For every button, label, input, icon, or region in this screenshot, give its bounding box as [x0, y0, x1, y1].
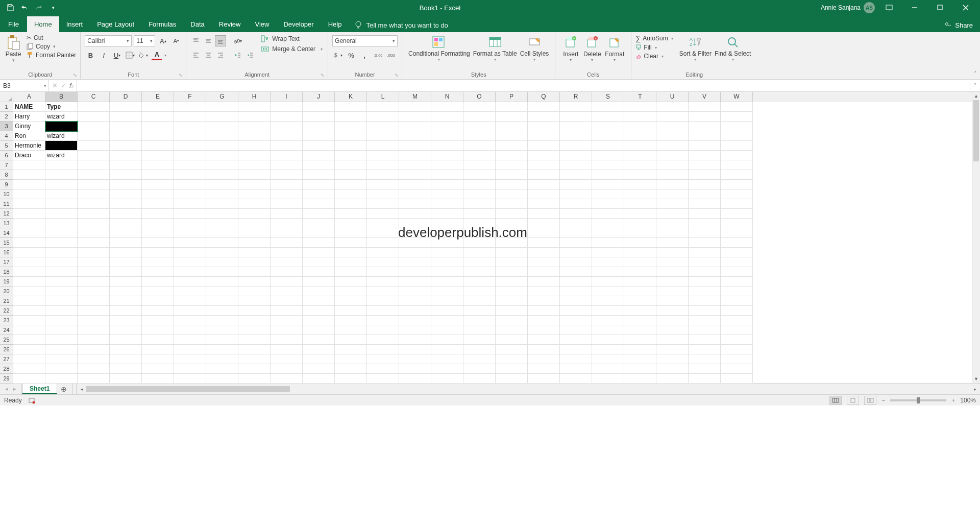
cell-N1[interactable] — [431, 102, 463, 112]
cell-M6[interactable] — [399, 151, 431, 160]
cell-K29[interactable] — [335, 374, 367, 384]
cell-S14[interactable] — [592, 228, 624, 238]
row-header-29[interactable]: 29 — [0, 374, 13, 384]
cell-B11[interactable] — [45, 199, 78, 209]
cell-E22[interactable] — [142, 306, 174, 316]
cell-I22[interactable] — [271, 306, 303, 316]
row-header-27[interactable]: 27 — [0, 354, 13, 364]
cell-V16[interactable] — [689, 248, 721, 257]
wrap-text-button[interactable]: Wrap Text — [261, 35, 323, 42]
cell-J20[interactable] — [303, 287, 335, 296]
sheet-nav[interactable]: ◂▸ — [0, 384, 22, 394]
copy-button[interactable]: Copy▾ — [27, 43, 76, 50]
cell-I8[interactable] — [271, 170, 303, 180]
cell-A15[interactable] — [13, 238, 45, 248]
cell-S19[interactable] — [592, 277, 624, 287]
cell-O22[interactable] — [463, 306, 496, 316]
row-header-16[interactable]: 16 — [0, 248, 13, 257]
cell-H23[interactable] — [238, 316, 271, 325]
cell-Q1[interactable] — [528, 102, 560, 112]
cell-H20[interactable] — [238, 287, 271, 296]
cell-L12[interactable] — [367, 209, 399, 219]
cell-P6[interactable] — [496, 151, 528, 160]
cell-F22[interactable] — [174, 306, 206, 316]
cell-I23[interactable] — [271, 316, 303, 325]
cell-B8[interactable] — [45, 170, 78, 180]
cell-C6[interactable] — [78, 151, 110, 160]
decrease-indent-icon[interactable] — [232, 50, 243, 61]
fill-color-button[interactable]: ▾ — [138, 50, 149, 61]
scroll-left-icon[interactable]: ◂ — [78, 386, 86, 393]
cell-I21[interactable] — [271, 296, 303, 306]
cell-O14[interactable] — [463, 228, 496, 238]
cell-T15[interactable] — [624, 238, 656, 248]
cell-G29[interactable] — [206, 374, 238, 384]
cell-O3[interactable] — [463, 122, 496, 131]
cell-W1[interactable] — [721, 102, 753, 112]
cell-H10[interactable] — [238, 189, 271, 199]
cell-E5[interactable] — [142, 141, 174, 151]
cell-W12[interactable] — [721, 209, 753, 219]
cell-G6[interactable] — [206, 151, 238, 160]
cell-N12[interactable] — [431, 209, 463, 219]
cell-Q2[interactable] — [528, 112, 560, 122]
cell-M17[interactable] — [399, 257, 431, 267]
cell-A4[interactable]: Ron — [13, 131, 45, 141]
cell-I18[interactable] — [271, 267, 303, 277]
cell-J19[interactable] — [303, 277, 335, 287]
expand-formula-bar-icon[interactable]: ˅ — [970, 80, 980, 91]
row-header-14[interactable]: 14 — [0, 228, 13, 238]
cell-J22[interactable] — [303, 306, 335, 316]
cell-R28[interactable] — [560, 364, 592, 374]
cell-R10[interactable] — [560, 189, 592, 199]
cell-A21[interactable] — [13, 296, 45, 306]
cell-I17[interactable] — [271, 257, 303, 267]
cell-O17[interactable] — [463, 257, 496, 267]
cell-O6[interactable] — [463, 151, 496, 160]
cell-T8[interactable] — [624, 170, 656, 180]
insert-cells-button[interactable]: +Insert▾ — [560, 34, 581, 62]
cell-B1[interactable]: Type — [45, 102, 78, 112]
cell-W18[interactable] — [721, 267, 753, 277]
cell-R26[interactable] — [560, 345, 592, 354]
align-middle-icon[interactable] — [203, 35, 214, 46]
cell-S22[interactable] — [592, 306, 624, 316]
cell-P17[interactable] — [496, 257, 528, 267]
cell-I26[interactable] — [271, 345, 303, 354]
cell-T6[interactable] — [624, 151, 656, 160]
col-header-K[interactable]: K — [335, 92, 367, 102]
cell-J1[interactable] — [303, 102, 335, 112]
cell-W8[interactable] — [721, 170, 753, 180]
cell-G20[interactable] — [206, 287, 238, 296]
cell-M16[interactable] — [399, 248, 431, 257]
cell-A20[interactable] — [13, 287, 45, 296]
cell-H19[interactable] — [238, 277, 271, 287]
tab-developer[interactable]: Developer — [276, 16, 321, 32]
cell-O18[interactable] — [463, 267, 496, 277]
cell-H24[interactable] — [238, 325, 271, 335]
cell-T9[interactable] — [624, 180, 656, 189]
cell-S2[interactable] — [592, 112, 624, 122]
cell-F17[interactable] — [174, 257, 206, 267]
cell-H17[interactable] — [238, 257, 271, 267]
cell-T7[interactable] — [624, 160, 656, 170]
row-header-24[interactable]: 24 — [0, 325, 13, 335]
cell-U26[interactable] — [656, 345, 689, 354]
minimize-icon[interactable] — [903, 1, 926, 15]
cell-W3[interactable] — [721, 122, 753, 131]
cell-N19[interactable] — [431, 277, 463, 287]
cell-D9[interactable] — [110, 180, 142, 189]
cell-E14[interactable] — [142, 228, 174, 238]
cell-N21[interactable] — [431, 296, 463, 306]
cell-T13[interactable] — [624, 219, 656, 228]
cell-W22[interactable] — [721, 306, 753, 316]
borders-button[interactable]: ▾ — [125, 50, 136, 61]
decrease-decimal-icon[interactable]: .00.0 — [385, 50, 397, 61]
italic-button[interactable]: I — [98, 50, 109, 61]
cell-E23[interactable] — [142, 316, 174, 325]
cell-H12[interactable] — [238, 209, 271, 219]
cell-V29[interactable] — [689, 374, 721, 384]
cell-R13[interactable] — [560, 219, 592, 228]
cell-T28[interactable] — [624, 364, 656, 374]
cell-O29[interactable] — [463, 374, 496, 384]
